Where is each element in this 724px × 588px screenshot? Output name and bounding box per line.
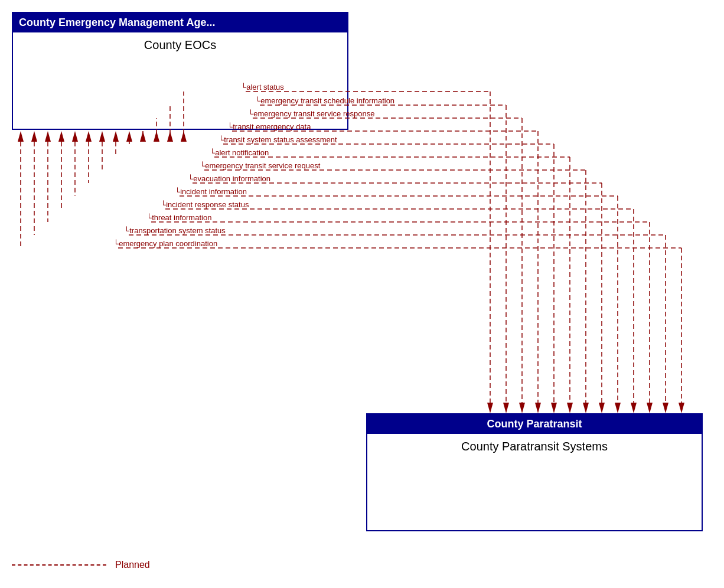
svg-marker-5 (181, 131, 187, 142)
svg-marker-3 (487, 403, 493, 413)
svg-marker-35 (113, 131, 119, 142)
svg-marker-23 (140, 131, 146, 142)
svg-marker-45 (599, 403, 605, 413)
svg-text:└incident response status: └incident response status (161, 200, 249, 209)
svg-marker-33 (567, 403, 573, 413)
svg-text:└emergency transit service res: └emergency transit service response (248, 109, 374, 118)
legend: Planned (12, 560, 150, 570)
svg-text:└alert notification: └alert notification (210, 148, 269, 157)
svg-marker-69 (663, 403, 668, 413)
svg-text:└emergency transit service req: └emergency transit service request (200, 161, 321, 170)
svg-marker-21 (535, 403, 541, 413)
svg-text:└alert status: └alert status (241, 83, 284, 92)
svg-text:└evacuation information: └evacuation information (188, 174, 270, 183)
svg-marker-75 (679, 403, 684, 413)
svg-marker-17 (154, 131, 159, 142)
svg-text:└emergency plan coordination: └emergency plan coordination (113, 239, 217, 248)
svg-marker-41 (99, 131, 105, 142)
svg-text:└threat information: └threat information (146, 213, 211, 222)
svg-marker-57 (631, 403, 637, 413)
legend-label-planned: Planned (115, 560, 150, 570)
svg-marker-63 (647, 403, 653, 413)
svg-marker-51 (615, 403, 621, 413)
diagram-container: County Emergency Management Age... Count… (0, 0, 724, 588)
svg-text:└transit emergency data: └transit emergency data (227, 122, 311, 131)
svg-text:└transit system status assessm: └transit system status assessment (218, 135, 337, 144)
svg-marker-47 (86, 131, 92, 142)
svg-marker-71 (31, 131, 37, 142)
svg-marker-59 (58, 131, 64, 142)
svg-text:└emergency transit schedule in: └emergency transit schedule information (255, 96, 394, 105)
svg-marker-53 (72, 131, 78, 142)
svg-text:└transportation system status: └transportation system status (124, 226, 226, 235)
diagram-svg: └alert status└emergency transit schedule… (0, 0, 724, 588)
legend-line-planned (12, 564, 106, 566)
svg-text:└incident information: └incident information (175, 187, 247, 196)
svg-marker-77 (18, 131, 24, 142)
svg-marker-39 (583, 403, 589, 413)
svg-marker-11 (167, 131, 173, 142)
svg-marker-29 (126, 131, 132, 142)
svg-marker-27 (551, 403, 557, 413)
svg-marker-15 (519, 403, 525, 413)
svg-marker-65 (45, 131, 51, 142)
svg-marker-9 (503, 403, 509, 413)
